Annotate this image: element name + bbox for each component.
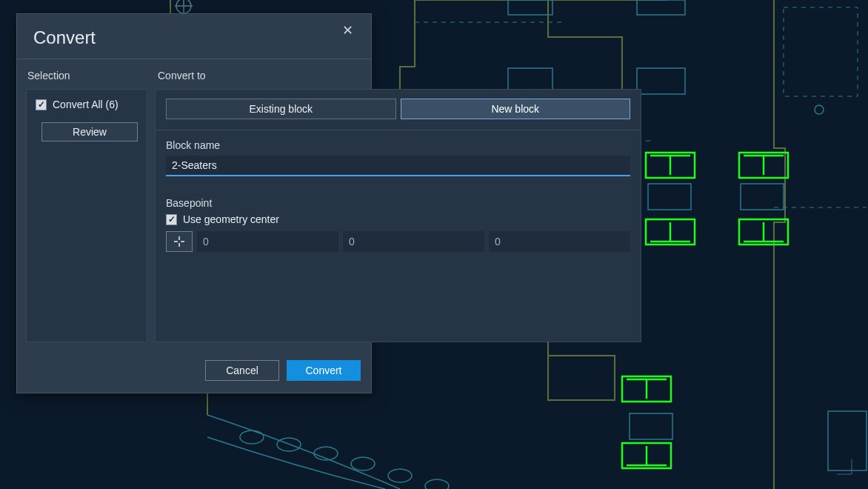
close-icon: ✕ — [342, 22, 353, 39]
selection-heading: Selection — [26, 70, 149, 89]
tab-new-block[interactable]: New block — [401, 99, 631, 119]
checkbox-icon — [36, 99, 47, 110]
svg-rect-4 — [508, 0, 552, 15]
convert-button[interactable]: Convert — [287, 360, 361, 381]
convert-all-label: Convert All (6) — [53, 99, 118, 110]
svg-point-41 — [351, 457, 375, 470]
dialog-title: Convert — [33, 27, 96, 48]
svg-rect-11 — [828, 411, 867, 470]
block-name-label: Block name — [166, 139, 630, 151]
pick-basepoint-button[interactable] — [166, 231, 193, 252]
svg-rect-8 — [648, 184, 691, 210]
use-geometry-center-checkbox[interactable]: Use geometry center — [166, 213, 630, 225]
tab-existing-block[interactable]: Existing block — [166, 99, 396, 119]
svg-rect-5 — [637, 0, 685, 15]
svg-rect-10 — [630, 413, 672, 439]
basepoint-z-input[interactable] — [489, 231, 630, 252]
svg-rect-9 — [741, 184, 784, 210]
pick-point-icon — [173, 236, 185, 247]
selection-panel: Convert All (6) Review — [26, 89, 147, 342]
convert-to-heading: Convert to — [156, 70, 362, 89]
block-mode-tabs: Existing block New block — [166, 99, 630, 119]
basepoint-label: Basepoint — [166, 197, 630, 209]
convert-to-panel: Existing block New block Block name Base… — [155, 89, 641, 342]
review-button[interactable]: Review — [41, 122, 138, 142]
checkbox-icon — [166, 214, 177, 225]
svg-point-43 — [425, 479, 449, 489]
svg-point-38 — [240, 430, 264, 444]
cancel-button[interactable]: Cancel — [205, 360, 279, 381]
svg-rect-7 — [637, 68, 685, 94]
svg-rect-3 — [784, 7, 858, 96]
svg-point-42 — [388, 469, 412, 482]
basepoint-y-input[interactable] — [343, 231, 484, 252]
use-center-label: Use geometry center — [183, 213, 279, 225]
basepoint-x-input[interactable] — [197, 231, 338, 252]
block-name-input[interactable] — [166, 156, 630, 176]
convert-all-checkbox[interactable]: Convert All (6) — [36, 99, 138, 110]
close-button[interactable]: ✕ — [340, 23, 355, 38]
convert-dialog: Convert ✕ Selection Convert to Convert A… — [16, 13, 372, 393]
svg-point-13 — [815, 105, 824, 114]
